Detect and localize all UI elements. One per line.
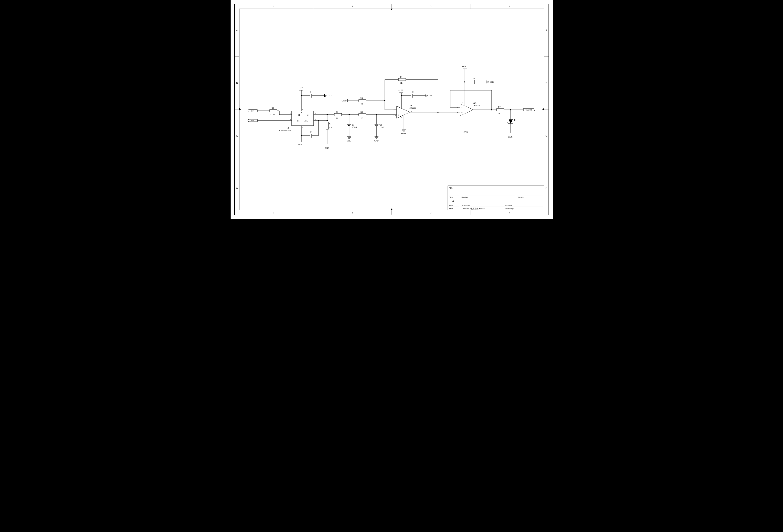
col-2-bot: 2 <box>352 211 353 214</box>
svg-rect-56 <box>334 113 342 116</box>
u1-pin1: 1 <box>290 113 291 114</box>
svg-rect-26 <box>291 111 314 126</box>
svg-rect-0 <box>234 4 549 215</box>
svg-rect-48 <box>326 122 328 129</box>
u2b-pin5: 5 <box>394 114 395 116</box>
resistor-r1: R1 2.25K <box>270 107 277 115</box>
resistor-r6: R6 1K <box>399 76 406 84</box>
svg-rect-20 <box>270 109 277 112</box>
row-c-r: C <box>545 134 547 137</box>
col-4-bot: 4 <box>509 211 510 214</box>
gnd-c5-label: GND <box>429 95 433 97</box>
col-4-top: 4 <box>509 5 510 8</box>
row-d-l: D <box>236 187 238 190</box>
svg-marker-138 <box>509 120 513 124</box>
capacitor-c5: C5 <box>411 91 414 98</box>
r2-val: 125 <box>329 127 332 129</box>
r4-val: 1K <box>361 117 363 120</box>
u1-ht-p: +HT <box>296 114 300 116</box>
row-a-l: A <box>236 29 238 32</box>
r6-ref: R6 <box>400 76 402 78</box>
svg-text:+: + <box>398 114 399 116</box>
u1-pin2: 2 <box>290 119 291 121</box>
drawing-border: 1 2 3 4 1 2 3 4 A B C D A B C D <box>234 4 549 215</box>
col-3-top: 3 <box>430 5 431 8</box>
svg-rect-78 <box>359 100 366 102</box>
r1-val: 2.25K <box>270 113 275 115</box>
r2-ref: R2 <box>329 123 331 125</box>
row-b-r: B <box>545 82 547 85</box>
u2a-ref: U2A <box>473 102 476 104</box>
svg-point-55 <box>327 114 328 115</box>
svg-marker-14 <box>390 9 393 10</box>
u2b-pin7: 7 <box>411 110 412 112</box>
port-ui-minus: Ui- <box>248 119 257 122</box>
u2a-val: LM358N <box>473 105 480 107</box>
svg-text:−: − <box>398 109 399 111</box>
r6-val: 1K <box>400 82 403 84</box>
r3-val: 1K <box>336 117 338 120</box>
u2b-pin8: 8 <box>398 106 400 107</box>
u1-ref: U1 <box>287 127 289 129</box>
u2a-pin1: 1 <box>475 108 475 110</box>
capacitor-c3: C3 159uF <box>347 124 357 129</box>
port-output-label: Output1 <box>525 109 532 111</box>
gnd-u2b: GND <box>401 129 406 135</box>
port-output: Output1 <box>523 108 535 111</box>
tb-date-val: 2019/5/25 <box>462 205 470 207</box>
gnd-c1: GND <box>324 94 332 97</box>
gnd-c3-label: GND <box>347 140 351 142</box>
capacitor-c6: C6 <box>473 77 475 84</box>
u2b-val: LM358N <box>409 107 416 109</box>
svg-text:+: + <box>461 111 463 114</box>
col-3-bot: 3 <box>430 211 431 214</box>
gnd-r2-label: GND <box>325 147 330 149</box>
ic-u1: +HT -HT M GND + - U1 CHV-25P/50V <box>279 111 314 132</box>
svg-marker-89 <box>397 106 410 118</box>
tb-drawn-label: Drawn By: <box>505 207 514 210</box>
gnd-r2: GND <box>325 144 330 149</box>
row-d-r: D <box>545 187 547 190</box>
u1-val: CHV-25P/50V <box>279 130 291 132</box>
resistor-r2: R2 125 <box>326 122 332 129</box>
gnd-u2b-label: GND <box>401 132 406 135</box>
u1-pin6: 6 <box>315 119 316 121</box>
r5-val: 1K <box>361 103 363 105</box>
gnd-c4-label: GND <box>374 140 379 142</box>
title-block: Title Size A4 Number Revision Date: 2019… <box>448 186 544 210</box>
svg-rect-1 <box>239 9 544 210</box>
resistor-r7: R7 1K <box>497 106 504 114</box>
row-a-r: A <box>545 29 547 32</box>
gnd-u2a-label: GND <box>464 131 468 133</box>
c2-ref: C2 <box>310 131 312 133</box>
u2a-p15v: +15V <box>462 65 467 68</box>
u2a-pin4: 4 <box>463 115 465 117</box>
gnd-c3: GND <box>347 137 351 142</box>
svg-marker-111 <box>460 104 473 116</box>
tb-sheet-label: Sheet of <box>505 205 512 207</box>
u2b-p15v: +15V <box>399 89 403 92</box>
tb-size-val: A4 <box>451 200 454 202</box>
tb-number-label: Number <box>461 196 468 199</box>
row-b-l: B <box>236 82 238 85</box>
tb-date-label: Date: <box>449 205 453 207</box>
gnd-u2a: GND <box>464 128 468 133</box>
svg-marker-17 <box>542 108 544 110</box>
diode-d1: D1 <box>507 119 516 124</box>
u1-minus: - <box>301 123 302 125</box>
c5-ref: C5 <box>412 91 414 93</box>
d1-ref: D1 <box>514 119 516 121</box>
u1-m: M <box>307 114 308 116</box>
opamp-u2a: −+ 2 3 1 U2A LM358N <box>457 102 480 116</box>
resistor-r5: R5 1K <box>359 97 366 105</box>
opamp-u2b: −+ 6 5 7 U2B LM358N <box>394 104 416 118</box>
u2a-pin3: 3 <box>457 112 458 114</box>
svg-line-140 <box>507 123 508 124</box>
gnd-r5-label: GND <box>342 100 346 102</box>
capacitor-c2: C2 <box>310 131 312 138</box>
tb-title-label: Title <box>449 187 453 189</box>
tb-size-label: Size <box>449 196 452 199</box>
tb-file-val: C:\Users\..\电压采集.SchDoc <box>462 207 485 210</box>
u1-m15v: -15V <box>299 143 303 145</box>
svg-marker-15 <box>390 208 393 210</box>
